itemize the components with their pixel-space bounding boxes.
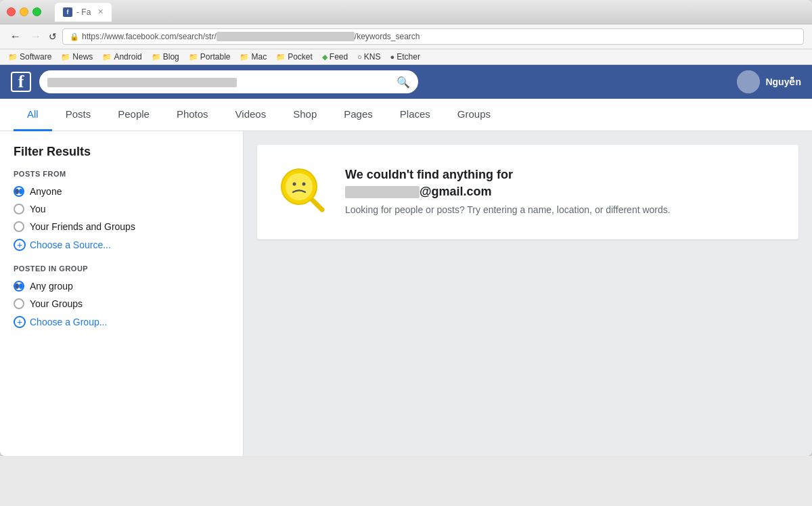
no-results-card: We couldn't find anything for @gmail.com… <box>257 145 798 239</box>
bookmark-label: Mac <box>251 52 267 62</box>
avatar[interactable] <box>737 70 760 93</box>
tab-all[interactable]: All <box>14 99 52 131</box>
bookmark-pocket[interactable]: 📁 Pocket <box>276 52 313 62</box>
choose-group-label: Choose a Group... <box>30 317 107 327</box>
tab-posts[interactable]: Posts <box>52 99 105 131</box>
filter-sidebar: Filter Results POSTS FROM Anyone You You… <box>0 131 244 456</box>
radio-your-groups[interactable] <box>14 298 24 309</box>
choose-group-button[interactable]: + Choose a Group... <box>14 316 229 328</box>
main-content: Filter Results POSTS FROM Anyone You You… <box>0 131 812 456</box>
radio-friends[interactable] <box>14 221 24 232</box>
bookmark-blog[interactable]: 📁 Blog <box>152 52 179 62</box>
filter-option-you[interactable]: You <box>14 204 229 214</box>
sad-search-icon <box>277 165 332 219</box>
radio-you[interactable] <box>14 204 24 214</box>
tab-pages[interactable]: Pages <box>330 99 386 131</box>
results-area: We couldn't find anything for @gmail.com… <box>244 131 812 456</box>
tab-people[interactable]: People <box>104 99 163 131</box>
filter-option-label: You <box>30 204 46 214</box>
folder-icon: 📁 <box>8 53 18 62</box>
folder-icon: 📁 <box>276 53 286 62</box>
browser-window: f - Fa ✕ ← → ↺ 🔒 https://www.facebook.co… <box>0 0 812 456</box>
bookmarks-bar: 📁 Software 📁 News 📁 Android 📁 Blog 📁 Por… <box>0 49 812 65</box>
bookmark-label: Feed <box>330 52 348 62</box>
tab-favicon: f <box>63 7 72 17</box>
radio-anyone[interactable] <box>14 186 24 197</box>
bookmark-label: News <box>72 52 93 62</box>
bookmark-kns[interactable]: ○ KNS <box>357 52 380 62</box>
posted-in-group-label: POSTED IN GROUP <box>14 264 229 273</box>
tab-bar: f - Fa ✕ <box>55 3 805 22</box>
folder-icon: 📁 <box>189 53 198 62</box>
no-results-heading: We couldn't find anything for <box>345 168 671 182</box>
facebook-header: f 🔍 Nguyễn <box>0 65 812 99</box>
svg-point-3 <box>302 183 306 186</box>
filter-option-any-group[interactable]: Any group <box>14 281 229 292</box>
radio-any-group[interactable] <box>14 281 24 292</box>
facebook-logo[interactable]: f <box>11 72 31 92</box>
filter-option-label: Your Friends and Groups <box>30 221 135 232</box>
posted-in-group-section: POSTED IN GROUP Any group Your Groups + … <box>14 264 229 328</box>
bookmark-label: Etcher <box>397 52 420 62</box>
search-icon[interactable]: 🔍 <box>397 76 410 89</box>
tab-groups[interactable]: Groups <box>444 99 504 131</box>
tab-shop[interactable]: Shop <box>279 99 330 131</box>
addressbar: ← → ↺ 🔒 https://www.facebook.com/search/… <box>0 24 812 49</box>
circle-icon: ○ <box>357 53 362 61</box>
bookmark-software[interactable]: 📁 Software <box>8 52 51 62</box>
filter-option-label: Anyone <box>30 186 62 197</box>
close-button[interactable] <box>7 7 16 16</box>
url-text: https://www.facebook.com/search/str/████… <box>82 32 420 41</box>
bookmark-label: Pocket <box>288 52 313 62</box>
minimize-button[interactable] <box>20 7 28 16</box>
svg-point-2 <box>293 183 296 186</box>
bookmark-etcher[interactable]: ● Etcher <box>390 52 420 62</box>
tab-videos[interactable]: Videos <box>222 99 280 131</box>
avatar-image <box>737 70 760 93</box>
email-suffix: @gmail.com <box>420 185 492 198</box>
bookmark-news[interactable]: 📁 News <box>61 52 93 62</box>
tab-title: - Fa <box>76 7 91 17</box>
folder-icon: 📁 <box>61 53 70 62</box>
folder-icon: 📁 <box>102 53 112 62</box>
bookmark-feed[interactable]: ◆ Feed <box>322 52 348 62</box>
filter-option-label: Any group <box>30 281 73 292</box>
fullscreen-button[interactable] <box>32 7 41 16</box>
filter-option-anyone[interactable]: Anyone <box>14 186 229 197</box>
url-bar[interactable]: 🔒 https://www.facebook.com/search/str/██… <box>62 28 804 45</box>
dot-icon: ● <box>390 53 395 61</box>
filter-title: Filter Results <box>14 145 229 159</box>
bookmark-label: Blog <box>163 52 179 62</box>
traffic-lights <box>7 7 41 16</box>
add-circle-icon: + <box>14 316 26 328</box>
refresh-button[interactable]: ↺ <box>49 31 57 42</box>
titlebar: f - Fa ✕ <box>0 0 812 24</box>
search-text <box>47 76 237 87</box>
forward-button[interactable]: → <box>28 30 43 43</box>
search-tabs: All Posts People Photos Videos Shop Page… <box>0 99 812 131</box>
no-results-text: We couldn't find anything for @gmail.com… <box>345 168 671 217</box>
bookmark-mac[interactable]: 📁 Mac <box>240 52 267 62</box>
username-label: Nguyễn <box>765 76 801 87</box>
choose-source-button[interactable]: + Choose a Source... <box>14 239 229 251</box>
browser-tab[interactable]: f - Fa ✕ <box>55 3 112 22</box>
facebook-search-bar[interactable]: 🔍 <box>39 70 418 93</box>
back-button[interactable]: ← <box>8 30 23 43</box>
tab-photos[interactable]: Photos <box>163 99 222 131</box>
svg-point-1 <box>286 173 313 200</box>
bookmark-portable[interactable]: 📁 Portable <box>189 52 231 62</box>
folder-icon: 📁 <box>240 53 249 62</box>
no-results-description: Looking for people or posts? Try enterin… <box>345 203 671 217</box>
tab-close-icon[interactable]: ✕ <box>97 7 104 16</box>
posts-from-label: POSTS FROM <box>14 170 229 178</box>
bookmark-label: Software <box>20 52 51 62</box>
bookmark-label: Portable <box>200 52 231 62</box>
folder-icon: 📁 <box>152 53 161 62</box>
filter-option-friends[interactable]: Your Friends and Groups <box>14 221 229 232</box>
lock-icon: 🔒 <box>70 32 79 41</box>
filter-option-label: Your Groups <box>30 298 83 309</box>
tab-places[interactable]: Places <box>386 99 444 131</box>
diamond-icon: ◆ <box>322 53 328 62</box>
filter-option-your-groups[interactable]: Your Groups <box>14 298 229 309</box>
bookmark-android[interactable]: 📁 Android <box>102 52 141 62</box>
